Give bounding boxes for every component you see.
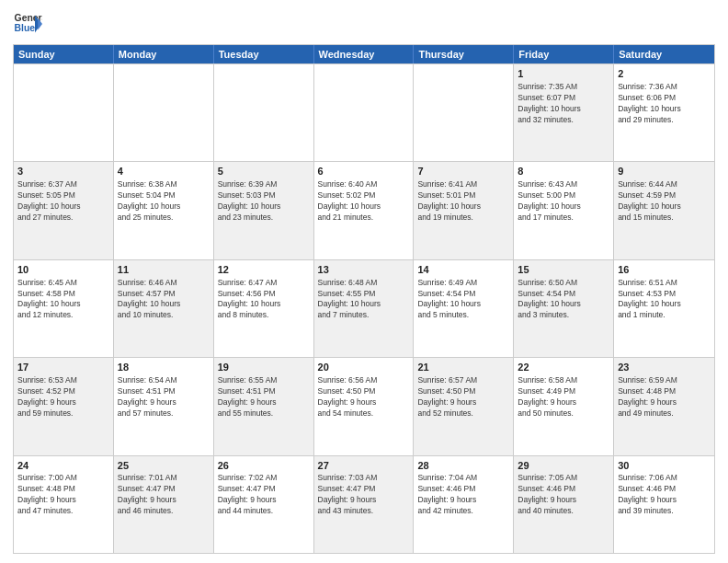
day-number: 1 <box>518 67 609 81</box>
day-cell-10: 10Sunrise: 6:45 AM Sunset: 4:58 PM Dayli… <box>14 260 114 357</box>
weekday-header-monday: Monday <box>114 45 214 63</box>
day-number: 15 <box>518 263 609 277</box>
empty-cell <box>14 64 114 161</box>
day-number: 27 <box>318 459 410 473</box>
day-info: Sunrise: 6:43 AM Sunset: 5:00 PM Dayligh… <box>518 179 609 224</box>
day-cell-15: 15Sunrise: 6:50 AM Sunset: 4:54 PM Dayli… <box>514 260 614 357</box>
page: General Blue SundayMondayTuesdayWednesda… <box>0 0 728 563</box>
day-info: Sunrise: 6:41 AM Sunset: 5:01 PM Dayligh… <box>417 179 509 224</box>
day-cell-25: 25Sunrise: 7:01 AM Sunset: 4:47 PM Dayli… <box>114 456 214 553</box>
day-cell-7: 7Sunrise: 6:41 AM Sunset: 5:01 PM Daylig… <box>414 162 514 259</box>
day-info: Sunrise: 6:47 AM Sunset: 4:56 PM Dayligh… <box>218 278 310 322</box>
logo-icon: General Blue <box>13 9 42 39</box>
day-cell-18: 18Sunrise: 6:54 AM Sunset: 4:51 PM Dayli… <box>114 358 214 454</box>
day-cell-29: 29Sunrise: 7:05 AM Sunset: 4:46 PM Dayli… <box>514 456 614 553</box>
day-cell-2: 2Sunrise: 7:36 AM Sunset: 6:06 PM Daylig… <box>614 64 714 161</box>
calendar-row-1: 1Sunrise: 7:35 AM Sunset: 6:07 PM Daylig… <box>14 63 714 161</box>
weekday-header-saturday: Saturday <box>614 45 714 63</box>
day-number: 14 <box>417 263 509 277</box>
day-cell-8: 8Sunrise: 6:43 AM Sunset: 5:00 PM Daylig… <box>514 162 614 259</box>
day-info: Sunrise: 7:04 AM Sunset: 4:46 PM Dayligh… <box>417 473 509 517</box>
day-info: Sunrise: 7:02 AM Sunset: 4:47 PM Dayligh… <box>218 473 310 517</box>
day-number: 28 <box>417 459 509 473</box>
day-cell-30: 30Sunrise: 7:06 AM Sunset: 4:46 PM Dayli… <box>614 456 714 553</box>
day-cell-24: 24Sunrise: 7:00 AM Sunset: 4:48 PM Dayli… <box>14 456 114 553</box>
day-info: Sunrise: 6:58 AM Sunset: 4:49 PM Dayligh… <box>518 375 609 419</box>
day-cell-20: 20Sunrise: 6:56 AM Sunset: 4:50 PM Dayli… <box>314 358 415 454</box>
day-number: 11 <box>118 263 210 277</box>
day-number: 21 <box>417 361 509 374</box>
day-info: Sunrise: 6:37 AM Sunset: 5:05 PM Dayligh… <box>17 179 109 224</box>
day-info: Sunrise: 6:48 AM Sunset: 4:55 PM Dayligh… <box>318 278 410 322</box>
day-cell-28: 28Sunrise: 7:04 AM Sunset: 4:46 PM Dayli… <box>414 456 514 553</box>
day-cell-14: 14Sunrise: 6:49 AM Sunset: 4:54 PM Dayli… <box>414 260 514 357</box>
svg-text:Blue: Blue <box>15 23 36 33</box>
calendar: SundayMondayTuesdayWednesdayThursdayFrid… <box>13 44 715 554</box>
day-info: Sunrise: 7:01 AM Sunset: 4:47 PM Dayligh… <box>118 473 210 517</box>
day-info: Sunrise: 6:59 AM Sunset: 4:48 PM Dayligh… <box>618 375 711 419</box>
day-cell-9: 9Sunrise: 6:44 AM Sunset: 4:59 PM Daylig… <box>614 162 714 259</box>
weekday-header-friday: Friday <box>514 45 614 63</box>
day-info: Sunrise: 6:46 AM Sunset: 4:57 PM Dayligh… <box>118 278 210 322</box>
day-info: Sunrise: 6:39 AM Sunset: 5:03 PM Dayligh… <box>218 179 310 224</box>
day-number: 18 <box>118 361 210 374</box>
day-number: 20 <box>318 361 410 374</box>
day-number: 2 <box>618 67 711 81</box>
day-number: 26 <box>218 459 310 473</box>
day-info: Sunrise: 6:53 AM Sunset: 4:52 PM Dayligh… <box>17 375 109 419</box>
calendar-row-2: 3Sunrise: 6:37 AM Sunset: 5:05 PM Daylig… <box>14 161 714 259</box>
day-cell-23: 23Sunrise: 6:59 AM Sunset: 4:48 PM Dayli… <box>614 358 714 454</box>
day-number: 12 <box>218 263 310 277</box>
header: General Blue <box>13 9 715 39</box>
logo: General Blue <box>13 9 42 39</box>
empty-cell <box>414 64 514 161</box>
day-cell-12: 12Sunrise: 6:47 AM Sunset: 4:56 PM Dayli… <box>214 260 314 357</box>
day-info: Sunrise: 7:00 AM Sunset: 4:48 PM Dayligh… <box>17 473 109 517</box>
day-cell-21: 21Sunrise: 6:57 AM Sunset: 4:50 PM Dayli… <box>414 358 514 454</box>
day-number: 25 <box>118 459 210 473</box>
day-number: 3 <box>17 165 109 178</box>
day-number: 17 <box>17 361 109 374</box>
day-cell-4: 4Sunrise: 6:38 AM Sunset: 5:04 PM Daylig… <box>114 162 214 259</box>
day-info: Sunrise: 7:05 AM Sunset: 4:46 PM Dayligh… <box>518 473 609 517</box>
day-info: Sunrise: 6:45 AM Sunset: 4:58 PM Dayligh… <box>17 278 109 322</box>
day-info: Sunrise: 7:35 AM Sunset: 6:07 PM Dayligh… <box>518 82 609 126</box>
day-number: 8 <box>518 165 609 178</box>
day-number: 24 <box>17 459 109 473</box>
empty-cell <box>314 64 415 161</box>
weekday-header-sunday: Sunday <box>14 45 114 63</box>
day-info: Sunrise: 6:49 AM Sunset: 4:54 PM Dayligh… <box>417 278 509 322</box>
day-cell-16: 16Sunrise: 6:51 AM Sunset: 4:53 PM Dayli… <box>614 260 714 357</box>
day-number: 23 <box>618 361 711 374</box>
day-cell-19: 19Sunrise: 6:55 AM Sunset: 4:51 PM Dayli… <box>214 358 314 454</box>
day-info: Sunrise: 6:57 AM Sunset: 4:50 PM Dayligh… <box>417 375 509 419</box>
calendar-header: SundayMondayTuesdayWednesdayThursdayFrid… <box>14 45 714 63</box>
day-number: 4 <box>118 165 210 178</box>
day-cell-13: 13Sunrise: 6:48 AM Sunset: 4:55 PM Dayli… <box>314 260 415 357</box>
day-number: 30 <box>618 459 711 473</box>
calendar-row-5: 24Sunrise: 7:00 AM Sunset: 4:48 PM Dayli… <box>14 455 714 553</box>
day-info: Sunrise: 6:40 AM Sunset: 5:02 PM Dayligh… <box>318 179 410 224</box>
weekday-header-tuesday: Tuesday <box>214 45 314 63</box>
day-info: Sunrise: 6:56 AM Sunset: 4:50 PM Dayligh… <box>318 375 410 419</box>
day-cell-17: 17Sunrise: 6:53 AM Sunset: 4:52 PM Dayli… <box>14 358 114 454</box>
day-number: 19 <box>218 361 310 374</box>
day-number: 10 <box>17 263 109 277</box>
day-cell-22: 22Sunrise: 6:58 AM Sunset: 4:49 PM Dayli… <box>514 358 614 454</box>
day-info: Sunrise: 7:06 AM Sunset: 4:46 PM Dayligh… <box>618 473 711 517</box>
day-cell-5: 5Sunrise: 6:39 AM Sunset: 5:03 PM Daylig… <box>214 162 314 259</box>
day-number: 7 <box>417 165 509 178</box>
calendar-row-4: 17Sunrise: 6:53 AM Sunset: 4:52 PM Dayli… <box>14 357 714 454</box>
day-cell-3: 3Sunrise: 6:37 AM Sunset: 5:05 PM Daylig… <box>14 162 114 259</box>
day-cell-1: 1Sunrise: 7:35 AM Sunset: 6:07 PM Daylig… <box>514 64 614 161</box>
empty-cell <box>214 64 314 161</box>
empty-cell <box>114 64 214 161</box>
day-info: Sunrise: 6:55 AM Sunset: 4:51 PM Dayligh… <box>218 375 310 419</box>
day-info: Sunrise: 6:54 AM Sunset: 4:51 PM Dayligh… <box>118 375 210 419</box>
day-cell-6: 6Sunrise: 6:40 AM Sunset: 5:02 PM Daylig… <box>314 162 415 259</box>
calendar-body: 1Sunrise: 7:35 AM Sunset: 6:07 PM Daylig… <box>14 63 714 553</box>
day-cell-11: 11Sunrise: 6:46 AM Sunset: 4:57 PM Dayli… <box>114 260 214 357</box>
day-number: 22 <box>518 361 609 374</box>
day-number: 16 <box>618 263 711 277</box>
weekday-header-wednesday: Wednesday <box>314 45 415 63</box>
